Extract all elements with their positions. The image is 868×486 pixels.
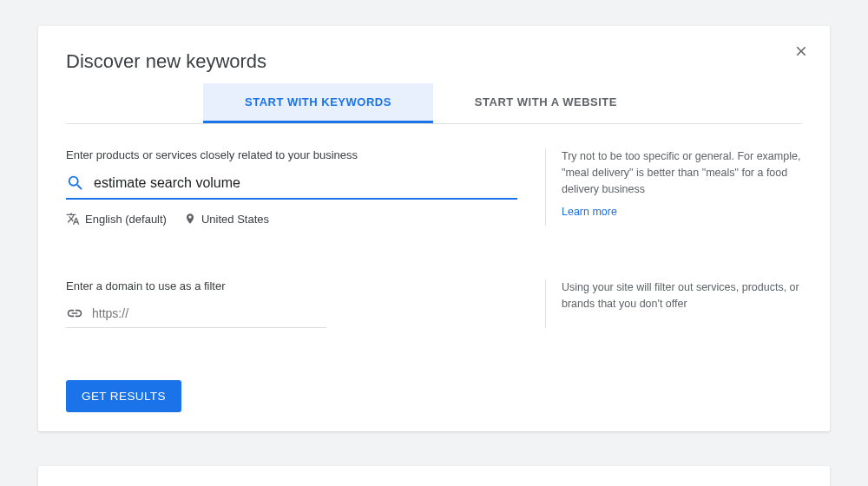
discover-keywords-card: Discover new keywords START WITH KEYWORD… xyxy=(38,26,830,431)
product-label: Enter products or services closely relat… xyxy=(66,148,517,161)
location-selector[interactable]: United States xyxy=(201,213,269,226)
product-left: Enter products or services closely relat… xyxy=(66,148,517,226)
learn-more-link[interactable]: Learn more xyxy=(562,204,617,220)
product-row: Enter products or services closely relat… xyxy=(66,148,802,226)
card-title: Discover new keywords xyxy=(66,50,802,73)
domain-label: Enter a domain to use as a filter xyxy=(66,279,517,292)
domain-tip-text: Using your site will filter out services… xyxy=(562,279,802,312)
close-icon xyxy=(793,43,809,59)
tab-start-with-website[interactable]: START WITH A WEBSITE xyxy=(433,83,659,123)
discover-tabs: START WITH KEYWORDS START WITH A WEBSITE xyxy=(66,83,802,124)
tip-text: Try not to be too specific or general. F… xyxy=(562,148,802,197)
domain-tip: Using your site will filter out services… xyxy=(545,279,802,328)
close-button[interactable] xyxy=(793,43,809,59)
locale-row: English (default) United States xyxy=(66,212,517,226)
get-results-button[interactable]: GET RESULTS xyxy=(66,380,181,412)
translate-icon xyxy=(66,212,80,226)
domain-left: Enter a domain to use as a filter xyxy=(66,279,517,328)
plans-card: PLANS CREATED BY YOU PLANS SHARED WITH Y… xyxy=(38,466,830,486)
search-icon xyxy=(66,174,85,193)
domain-field[interactable] xyxy=(66,301,326,328)
product-tip: Try not to be too specific or general. F… xyxy=(545,148,802,226)
domain-input[interactable] xyxy=(92,306,326,320)
tab-spacer xyxy=(66,83,203,123)
keyword-search-field[interactable] xyxy=(66,170,517,200)
language-selector[interactable]: English (default) xyxy=(85,213,167,226)
tab-start-with-keywords[interactable]: START WITH KEYWORDS xyxy=(203,83,433,123)
domain-row: Enter a domain to use as a filter Using … xyxy=(66,279,802,328)
link-icon xyxy=(66,305,83,322)
keyword-input[interactable] xyxy=(94,175,517,191)
location-icon xyxy=(184,213,196,225)
